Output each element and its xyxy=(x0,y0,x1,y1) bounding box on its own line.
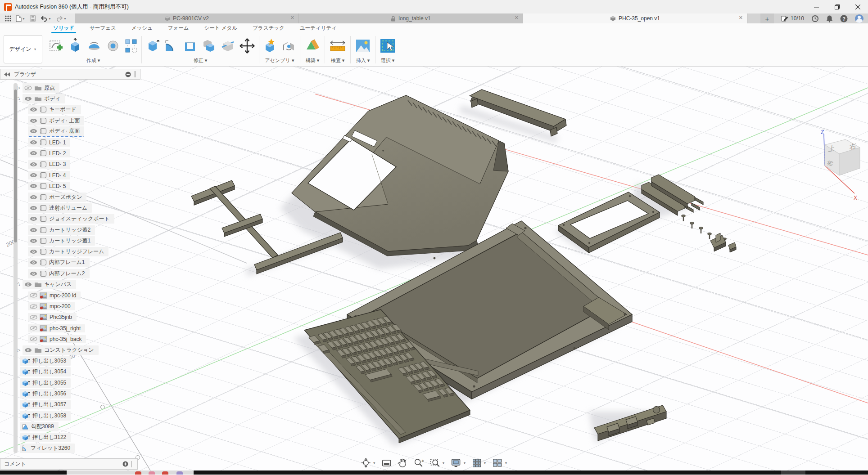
fillet-icon[interactable] xyxy=(163,38,179,54)
browser-row[interactable]: フィレット3260 xyxy=(0,443,140,454)
move-icon[interactable] xyxy=(239,38,255,54)
browser-row-pill[interactable]: LED· 1 xyxy=(28,138,70,147)
browser-row-pill[interactable]: カートリッジ蓋2 xyxy=(28,225,95,235)
browser-row[interactable]: 押し出し3057 xyxy=(0,399,140,410)
browser-row-pill[interactable]: 押し出し3055 xyxy=(20,378,71,388)
ribbon-tab-utility[interactable]: ユーティリティ xyxy=(300,25,337,33)
browser-row[interactable]: Phc35jnb xyxy=(0,312,140,323)
look-at-icon[interactable] xyxy=(382,458,392,467)
browser-row-pill[interactable]: phc-35j_right xyxy=(28,324,85,332)
construction-plane-icon[interactable] xyxy=(304,38,321,54)
model-canvas[interactable]: 200 50 xyxy=(0,67,868,471)
tab-close-icon[interactable]: ✕ xyxy=(290,15,294,21)
extrude-icon[interactable] xyxy=(68,38,83,54)
browser-row[interactable]: 勾配3089 xyxy=(0,421,140,432)
browser-row[interactable]: ポーズボタン xyxy=(0,192,140,202)
insert-image-icon[interactable] xyxy=(354,38,371,54)
grid-settings-icon[interactable]: ▼ xyxy=(472,458,486,468)
hole-icon[interactable] xyxy=(105,38,121,54)
browser-row-pill[interactable]: 内部フレーム1 xyxy=(28,258,90,267)
comment-bar[interactable]: コメント xyxy=(0,458,138,470)
group-label-select[interactable]: 選択 ▾ xyxy=(381,56,395,65)
browser-row[interactable]: 押し出し3054 xyxy=(0,367,140,377)
tab-close-icon[interactable]: ✕ xyxy=(739,15,743,21)
file-menu-icon[interactable]: ▼ xyxy=(14,14,27,23)
visibility-on-icon[interactable] xyxy=(30,107,37,112)
browser-row-pill[interactable]: 押し出し3056 xyxy=(20,389,71,399)
viewports-icon[interactable]: ▼ xyxy=(492,458,507,468)
browser-row[interactable]: LED· 2 xyxy=(0,148,140,159)
visibility-on-icon[interactable] xyxy=(30,271,37,276)
visibility-off-icon[interactable] xyxy=(24,85,32,90)
document-tab-pc9801[interactable]: PC-9801CV v2 ✕ xyxy=(75,13,299,23)
browser-row-pill[interactable]: 押し出し3053 xyxy=(20,356,71,366)
scrollbar-thumb[interactable] xyxy=(14,90,17,242)
browser-row-pill[interactable]: mpc-200 ld xyxy=(28,291,81,300)
browser-row-pill[interactable]: ジョイスティックポート xyxy=(28,214,114,224)
revolve-icon[interactable] xyxy=(86,38,102,54)
document-tab-phc35[interactable]: PHC-35_open v1 ✕ xyxy=(523,13,747,23)
browser-row-pill[interactable]: ボディ· 底面 xyxy=(28,126,84,137)
visibility-on-icon[interactable] xyxy=(30,228,37,233)
visibility-off-icon[interactable] xyxy=(30,336,37,341)
browser-row-pill[interactable]: カートリッジ蓋1 xyxy=(28,236,95,246)
close-button[interactable] xyxy=(847,0,868,13)
browser-row-pill[interactable]: LED· 4 xyxy=(28,171,70,179)
browser-row-pill[interactable]: 連射ボリューム xyxy=(28,203,92,213)
browser-row[interactable]: ボディ· 上面 xyxy=(0,115,140,126)
visibility-on-icon[interactable] xyxy=(30,118,37,123)
browser-row-pill[interactable]: 押し出し3057 xyxy=(20,400,71,409)
maximize-button[interactable] xyxy=(827,0,847,13)
create-sketch-icon[interactable] xyxy=(49,38,64,54)
visibility-on-icon[interactable] xyxy=(30,238,37,243)
split-icon[interactable] xyxy=(220,38,235,54)
browser-row[interactable]: 押し出し3122 xyxy=(0,432,140,443)
browser-row-pill[interactable]: 勾配3089 xyxy=(20,422,59,431)
browser-row[interactable]: 押し出し3053 xyxy=(0,355,140,366)
group-label-create[interactable]: 作成 ▾ xyxy=(86,56,100,65)
browser-row[interactable]: キーボード xyxy=(0,104,140,115)
browser-row-pill[interactable]: 押し出し3122 xyxy=(20,433,71,442)
browser-row[interactable]: カートリッジ蓋2 xyxy=(0,224,140,235)
browser-row-pill[interactable]: 内部フレーム2 xyxy=(28,269,90,278)
browser-row[interactable]: LED· 3 xyxy=(0,159,140,170)
browser-row[interactable]: カートリッジフレーム xyxy=(0,246,140,257)
browser-row-pill[interactable]: コンストラクション xyxy=(23,345,99,355)
zoom-icon[interactable]: ± xyxy=(413,458,424,468)
select-icon[interactable] xyxy=(379,38,396,54)
browser-row[interactable]: phc-35j_right xyxy=(0,323,140,334)
browser-row[interactable]: phc-35j_back xyxy=(0,334,140,345)
screws-and-small-parts[interactable] xyxy=(682,215,736,252)
redo-icon[interactable]: ▼ xyxy=(54,14,68,23)
browser-row-pill[interactable]: ポーズボタン xyxy=(28,193,86,202)
browser-row-pill[interactable]: Phc35jnb xyxy=(28,313,77,321)
remove-circle-icon[interactable] xyxy=(125,72,131,77)
undo-icon[interactable]: ▼ xyxy=(39,14,53,23)
browser-row-pill[interactable]: LED· 3 xyxy=(28,160,70,169)
panel-handle-icon[interactable] xyxy=(131,461,134,467)
browser-row[interactable]: ▷ボディ xyxy=(0,93,140,104)
pattern-icon[interactable] xyxy=(124,38,138,54)
group-label-assemble[interactable]: アセンブリ ▾ xyxy=(265,56,294,65)
design-workspace-menu[interactable]: デザイン▼ xyxy=(4,35,42,63)
add-comment-icon[interactable] xyxy=(122,461,128,467)
browser-row-pill[interactable]: フィレット3260 xyxy=(20,444,75,453)
visibility-on-icon[interactable] xyxy=(30,249,37,254)
browser-scrollbar[interactable] xyxy=(14,83,18,453)
browser-row[interactable]: mpc-200 xyxy=(0,301,140,312)
ribbon-tab-sheetmetal[interactable]: シート メタル xyxy=(204,25,238,33)
visibility-on-icon[interactable] xyxy=(30,260,37,265)
browser-header[interactable]: ブラウザ xyxy=(0,69,140,80)
group-label-inspect[interactable]: 検査 ▾ xyxy=(331,56,345,65)
visibility-on-icon[interactable] xyxy=(30,173,37,178)
visibility-on-icon[interactable] xyxy=(30,195,37,200)
combine-icon[interactable] xyxy=(201,38,217,54)
visibility-on-icon[interactable] xyxy=(30,184,37,188)
browser-row[interactable]: ▷原点 xyxy=(0,82,140,93)
visibility-on-icon[interactable] xyxy=(30,129,37,134)
browser-row-pill[interactable]: LED· 5 xyxy=(28,182,70,190)
pan-icon[interactable] xyxy=(398,458,407,468)
browser-row-pill[interactable]: LED· 2 xyxy=(28,149,70,157)
ribbon-tab-plastic[interactable]: プラスチック xyxy=(253,25,285,33)
ribbon-tab-mesh[interactable]: メッシュ xyxy=(131,25,153,33)
